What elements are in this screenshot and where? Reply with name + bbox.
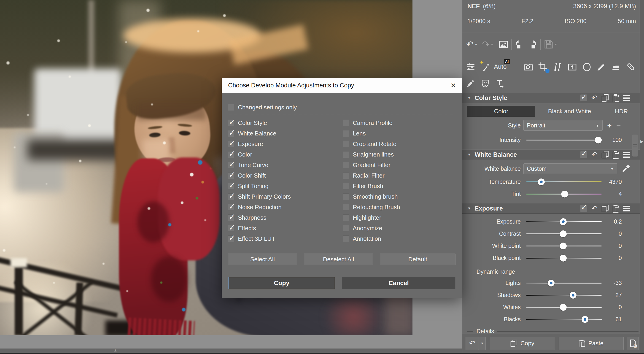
tab-black-and-white[interactable]: Black and White <box>535 106 604 117</box>
option-noise-reduction[interactable]: ✓Noise Reduction <box>228 203 282 211</box>
tab-hdr[interactable]: HDR <box>604 106 638 117</box>
deselect-all-button[interactable]: Deselect All <box>304 254 373 265</box>
style-dropdown[interactable]: Portrait ▼ <box>524 120 602 131</box>
section-reset-icon[interactable]: ↶ <box>592 94 598 102</box>
section-menu-icon[interactable] <box>623 95 630 101</box>
option-tone-curve[interactable]: ✓Tone Curve <box>228 161 268 169</box>
filmstrip-expand-icon[interactable]: ▲ <box>114 348 117 352</box>
slider-track[interactable] <box>526 282 602 284</box>
option-filter-brush[interactable]: Filter Brush <box>343 182 383 190</box>
slider-handle[interactable] <box>560 230 567 237</box>
text-tool-button[interactable] <box>495 79 504 88</box>
option-annotation[interactable]: Annotation <box>343 234 381 243</box>
checked-checkbox[interactable]: ✓ <box>228 236 234 242</box>
camera-tool-button[interactable] <box>524 62 533 72</box>
collapse-icon[interactable]: ▼ <box>468 96 471 100</box>
bar-copy-button[interactable]: Copy <box>490 336 555 350</box>
option-white-balance[interactable]: ✓White Balance <box>228 129 276 138</box>
option-exposure[interactable]: ✓Exposure <box>228 140 263 148</box>
option-split-toning[interactable]: ✓Split Toning <box>228 182 268 190</box>
dialog-titlebar[interactable]: Choose Develop Module Adjustments to Cop… <box>222 78 462 93</box>
option-radial-filter[interactable]: Radial Filter <box>343 172 384 180</box>
select-all-button[interactable]: Select All <box>228 254 297 265</box>
auto-enhance-button[interactable]: ✦ AI Auto <box>482 62 507 72</box>
option-camera-profile[interactable]: Camera Profile <box>343 119 392 127</box>
slider-handle[interactable] <box>582 316 588 323</box>
straighten-tool-button[interactable] <box>567 62 577 72</box>
changed-settings-only-checkbox[interactable] <box>228 104 234 110</box>
section-paste-icon[interactable] <box>613 94 619 102</box>
checked-checkbox[interactable]: ✓ <box>228 183 234 189</box>
unchecked-checkbox[interactable] <box>343 204 349 210</box>
section-enabled-checkbox[interactable]: ✓ <box>580 151 587 158</box>
adjustments-tool-button[interactable] <box>466 62 476 72</box>
unchecked-checkbox[interactable] <box>343 162 349 168</box>
rotate-right-button[interactable] <box>528 40 537 49</box>
slider-track[interactable] <box>526 295 602 296</box>
bar-undo-dropdown-button[interactable]: ▾ <box>479 336 486 350</box>
checked-checkbox[interactable]: ✓ <box>228 204 234 210</box>
smoothing-brush-tool-button[interactable] <box>611 62 621 72</box>
checked-checkbox[interactable]: ✓ <box>228 193 234 200</box>
section-enabled-checkbox[interactable]: ✓ <box>580 205 587 212</box>
retouching-brush-tool-button[interactable] <box>626 62 636 72</box>
rotate-left-button[interactable] <box>515 40 524 49</box>
section-reset-icon[interactable]: ↶ <box>592 205 598 212</box>
unchecked-checkbox[interactable] <box>343 120 349 126</box>
option-lens[interactable]: Lens <box>343 129 366 138</box>
save-button[interactable] <box>544 40 554 49</box>
checked-checkbox[interactable]: ✓ <box>228 120 234 126</box>
checked-checkbox[interactable]: ✓ <box>228 225 234 231</box>
slider-handle[interactable] <box>560 255 567 262</box>
option-straighten-lines[interactable]: Straighten lines <box>343 150 394 158</box>
section-copy-icon[interactable] <box>602 151 608 158</box>
slider-handle[interactable] <box>548 280 554 286</box>
checked-checkbox[interactable]: ✓ <box>228 130 234 136</box>
bar-undo-button[interactable]: ↶ <box>466 336 479 350</box>
slider-track[interactable] <box>526 319 602 320</box>
redo-button[interactable]: ↷ <box>482 40 490 49</box>
remove-style-button[interactable]: − <box>614 121 623 130</box>
save-dropdown-button[interactable]: ▾ <box>554 42 558 47</box>
section-enabled-checkbox[interactable]: ✓ <box>580 94 587 101</box>
slider-handle[interactable] <box>560 242 567 250</box>
option-color-style[interactable]: ✓Color Style <box>228 119 267 127</box>
option-color[interactable]: ✓Color <box>228 150 252 158</box>
slider-handle[interactable] <box>570 292 576 298</box>
dialog-copy-button[interactable]: Copy <box>228 277 335 289</box>
slider-handle[interactable] <box>560 218 567 225</box>
color-style-section-header[interactable]: ▼ Color Style ✓ ↶ <box>462 93 644 103</box>
dialog-cancel-button[interactable]: Cancel <box>342 277 456 289</box>
exposure-section-header[interactable]: ▼ Exposure ✓ ↶ <box>462 203 644 214</box>
unchecked-checkbox[interactable] <box>343 141 349 147</box>
section-reset-icon[interactable]: ↶ <box>592 151 598 158</box>
section-menu-icon[interactable] <box>623 152 630 158</box>
compare-image-button[interactable] <box>498 40 508 49</box>
undo-button[interactable]: ↶ <box>466 40 474 49</box>
unchecked-checkbox[interactable] <box>343 236 349 242</box>
highlighter-tool-button[interactable] <box>466 79 475 88</box>
unchecked-checkbox[interactable] <box>343 225 349 231</box>
anonymize-tool-button[interactable] <box>481 79 490 88</box>
unchecked-checkbox[interactable] <box>343 214 349 221</box>
option-effect-3d-lut[interactable]: ✓Effect 3D LUT <box>228 234 275 243</box>
undo-dropdown-button[interactable]: ▾ <box>474 42 478 47</box>
panel-collapse-strip[interactable]: ▶ <box>640 0 644 353</box>
unchecked-checkbox[interactable] <box>343 183 349 189</box>
option-anonymize[interactable]: Anonymize <box>343 224 382 232</box>
slider-handle[interactable] <box>560 304 567 311</box>
checked-checkbox[interactable]: ✓ <box>228 151 234 158</box>
slider-track[interactable] <box>526 182 602 182</box>
redo-dropdown-button[interactable]: ▾ <box>490 42 494 47</box>
unchecked-checkbox[interactable] <box>343 172 349 179</box>
slider-track[interactable] <box>526 140 602 140</box>
white-balance-section-header[interactable]: ▼ White Balance ✓ ↶ <box>462 150 644 160</box>
option-retouching-brush[interactable]: Retouching Brush <box>343 203 400 211</box>
unchecked-checkbox[interactable] <box>343 151 349 158</box>
filter-brush-tool-button[interactable] <box>597 62 606 72</box>
option-shift-primary-colors[interactable]: ✓Shift Primary Colors <box>228 192 291 201</box>
bar-paste-settings-button[interactable]: ⚙ <box>627 336 639 350</box>
slider-handle[interactable] <box>538 178 545 185</box>
checked-checkbox[interactable]: ✓ <box>228 162 234 168</box>
unchecked-checkbox[interactable] <box>343 130 349 136</box>
